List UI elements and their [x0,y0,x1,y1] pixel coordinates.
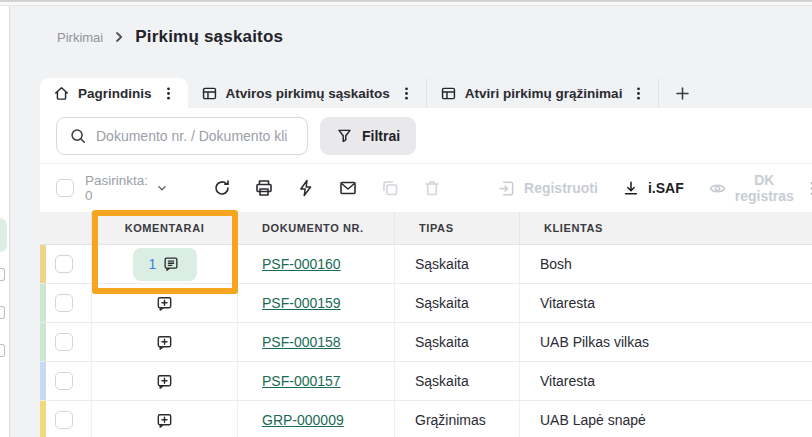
search-icon [69,127,87,145]
print-icon[interactable] [254,178,274,198]
plus-icon [674,85,691,102]
document-link[interactable]: PSF-000160 [262,256,341,272]
client-name: Bosh [520,245,812,283]
row-checkbox[interactable] [55,372,73,390]
table-row[interactable]: PSF-000159 Sąskaita Vitaresta [40,284,812,323]
row-checkbox[interactable] [55,333,73,351]
document-type: Sąskaita [395,323,520,361]
document-link[interactable]: PSF-000157 [262,373,341,389]
select-all-checkbox[interactable] [56,179,74,197]
toolbar: Pasirinkta: 0 Registruoti [40,164,812,212]
isaf-button[interactable]: i.SAF [622,179,684,197]
client-name: Vitaresta [520,284,812,322]
page-title: Pirkimų sąskaitos [135,27,283,47]
tab-bar: Pagrindinis Atviros pirkimų sąskaitos At… [40,78,812,108]
table-icon [440,85,457,102]
tab-label: Atviri pirkimų grąžinimai [465,86,623,101]
trash-icon [422,178,442,198]
header-checkbox-col [40,212,92,244]
document-type: Grąžinimas [395,401,520,437]
table-row[interactable]: PSF-000158 Sąskaita UAB Pilkas vilkas [40,323,812,362]
tab-kebab-icon[interactable] [400,86,413,101]
sliver-icon [0,344,5,357]
row-checkbox[interactable] [55,411,73,429]
tab-atviros-pirkimu-saskaitos[interactable]: Atviros pirkimų sąskaitos [188,78,426,108]
register-button: Registruoti [497,179,598,198]
table-row[interactable]: GRP-000009 Grąžinimas UAB Lapė snapė [40,401,812,437]
dk-register-button: DK registras [708,172,794,204]
tab-kebab-icon[interactable] [162,86,175,101]
refresh-icon[interactable] [212,178,232,198]
document-type: Sąskaita [395,245,520,283]
breadcrumb: Pirkimai Pirkimų sąskaitos [57,27,283,47]
table-row[interactable]: PSF-000157 Sąskaita Vitaresta [40,362,812,401]
sliver-icon [0,306,5,319]
filters-label: Filtrai [362,128,400,144]
selected-count-label: Pasirinkta: 0 [85,173,148,203]
background-window-sliver [0,6,10,437]
tab-label: Pagrindinis [78,86,152,101]
window-top-strip [0,0,812,6]
table-header-row: KOMENTARAI DOKUMENTO NR. TIPAS KLIENTAS [40,212,812,245]
document-link[interactable]: GRP-000009 [262,412,344,428]
document-type: Sąskaita [395,284,520,322]
tab-kebab-icon[interactable] [632,86,645,101]
tab-label: Atviros pirkimų sąskaitos [226,86,390,101]
row-color-strip [40,245,46,283]
mail-icon[interactable] [338,178,358,198]
lightning-icon[interactable] [296,178,316,198]
search-row: Filtrai [40,108,812,164]
sliver-icon [0,268,5,281]
client-name: UAB Pilkas vilkas [520,323,812,361]
toolbar-kebab-icon[interactable] [806,180,812,197]
add-comment-icon[interactable] [155,333,174,352]
document-link[interactable]: PSF-000159 [262,295,341,311]
row-color-strip [40,401,46,437]
content-panel: Filtrai Pasirinkta: 0 [40,108,812,437]
header-klientas[interactable]: KLIENTAS [520,212,812,244]
document-link[interactable]: PSF-000158 [262,334,341,350]
dk-register-label: DK registras [735,172,794,204]
register-icon [497,179,516,198]
table-icon [201,85,218,102]
documents-table: KOMENTARAI DOKUMENTO NR. TIPAS KLIENTAS … [40,212,812,437]
breadcrumb-parent[interactable]: Pirkimai [57,30,103,45]
home-icon [53,85,70,102]
register-label: Registruoti [524,180,598,196]
chevron-right-icon [113,31,125,43]
header-dokumento-nr[interactable]: DOKUMENTO NR. [238,212,395,244]
tab-pagrindinis[interactable]: Pagrindinis [40,78,188,108]
table-row[interactable]: 1 PSF-000160 Sąskaita Bosh [40,245,812,284]
client-name: UAB Lapė snapė [520,401,812,437]
add-comment-icon[interactable] [155,372,174,391]
header-komentarai[interactable]: KOMENTARAI [92,212,238,244]
tab-atviri-pirkimu-grazinimai[interactable]: Atviri pirkimų grąžinimai [426,78,659,108]
row-color-strip [40,323,46,361]
search-box[interactable] [56,117,308,155]
download-icon [622,179,640,197]
row-checkbox[interactable] [55,294,73,312]
chevron-down-icon[interactable] [155,181,169,195]
sliver-comment-badge [0,218,7,252]
search-input[interactable] [96,128,295,144]
copy-icon [380,178,400,198]
client-name: Vitaresta [520,362,812,400]
eye-icon [708,179,727,198]
row-color-strip [40,362,46,400]
comment-count-badge[interactable]: 1 [133,248,197,281]
row-color-strip [40,284,46,322]
isaf-label: i.SAF [648,180,684,196]
comment-lines-icon [162,255,180,273]
comment-count: 1 [149,256,157,272]
header-tipas[interactable]: TIPAS [395,212,520,244]
filters-button[interactable]: Filtrai [320,117,416,155]
add-tab-button[interactable] [658,78,706,108]
document-type: Sąskaita [395,362,520,400]
row-checkbox[interactable] [55,255,73,273]
add-comment-icon[interactable] [155,294,174,313]
add-comment-icon[interactable] [155,411,174,430]
filter-funnel-icon [336,127,353,144]
